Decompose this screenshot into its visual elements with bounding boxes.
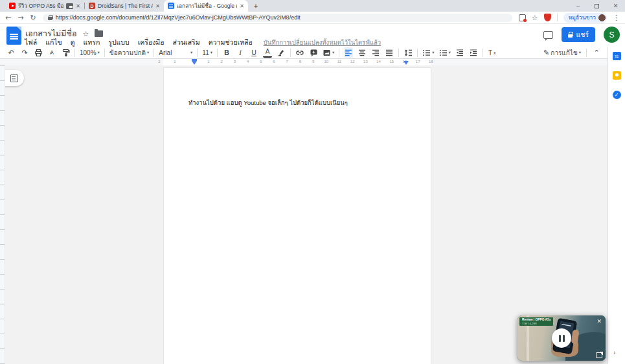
- document-text[interactable]: ทำงานไปด้วย แอบดู Youtube จอเล็กๆ ไปด้วย…: [188, 98, 348, 108]
- close-window-button[interactable]: ✕: [606, 0, 625, 12]
- ruler-number: 2: [221, 60, 223, 63]
- italic-button[interactable]: I: [236, 47, 245, 58]
- new-tab-button[interactable]: +: [248, 0, 264, 12]
- url-input[interactable]: https://docs.google.com/document/d/1Zil7…: [43, 14, 512, 22]
- profile-avatar: [598, 14, 606, 21]
- reload-icon[interactable]: ↻: [30, 14, 36, 22]
- text-color-button[interactable]: A: [263, 47, 272, 58]
- ruler-number: 15: [389, 60, 394, 63]
- decrease-indent-icon[interactable]: [455, 47, 464, 58]
- move-folder-icon[interactable]: [95, 30, 103, 37]
- tab-droidsans[interactable]: D DroidSans | The First Android Co ✕: [85, 0, 164, 12]
- bold-button[interactable]: B: [222, 47, 231, 58]
- ruler-number: 14: [376, 60, 381, 63]
- share-label: แชร์: [576, 29, 589, 40]
- underline-button[interactable]: U: [249, 47, 258, 58]
- tab-strip: รีวิว OPPO A5s มือถือจอใหญ่จุใจ 5 ✕ D Dr…: [0, 0, 625, 12]
- ruler-number: 10: [324, 60, 328, 63]
- align-right-button[interactable]: [371, 47, 380, 58]
- hide-side-panel-icon[interactable]: ›: [613, 349, 615, 356]
- undo-icon[interactable]: ↶: [6, 47, 16, 58]
- show-outline-button[interactable]: [4, 70, 24, 86]
- picture-in-picture-window[interactable]: Review | OPPO A5s ราคา 4,299 ✕: [517, 315, 606, 361]
- calendar-icon[interactable]: 31: [613, 52, 621, 60]
- share-button[interactable]: แชร์: [562, 27, 595, 42]
- ruler-number: 6: [273, 60, 275, 63]
- insert-link-icon[interactable]: [295, 47, 304, 58]
- align-left-button[interactable]: [344, 47, 353, 58]
- account-avatar[interactable]: S: [604, 27, 620, 43]
- maximize-button[interactable]: [587, 0, 606, 12]
- insert-image-icon[interactable]: ▾: [323, 47, 334, 58]
- print-icon[interactable]: [34, 47, 43, 58]
- align-center-button[interactable]: [358, 47, 367, 58]
- ruler-number: 13: [363, 60, 368, 63]
- clear-formatting-button[interactable]: Tx: [488, 47, 497, 58]
- tab-youtube[interactable]: รีวิว OPPO A5s มือถือจอใหญ่จุใจ 5 ✕: [5, 0, 84, 12]
- pencil-icon: ✎: [543, 49, 549, 57]
- ruler-number: 9: [312, 60, 314, 63]
- editing-mode-select[interactable]: ✎ การแก้ไข ▾: [543, 47, 581, 58]
- adblock-shield-icon[interactable]: [544, 14, 551, 21]
- forward-icon[interactable]: →: [17, 14, 23, 22]
- profile-chip[interactable]: หมูอ้วนขาว: [563, 13, 607, 23]
- document-page[interactable]: ทำงานไปด้วย แอบดู Youtube จอเล็กๆ ไปด้วย…: [163, 67, 431, 364]
- document-canvas: ทำงานไปด้วย แอบดู Youtube จอเล็กๆ ไปด้วย…: [0, 65, 608, 364]
- outline-icon: [10, 74, 18, 82]
- left-indent-marker[interactable]: [192, 61, 197, 65]
- google-side-panel: 31 ✓ ›: [608, 47, 625, 364]
- tab-close-icon[interactable]: ✕: [76, 3, 80, 9]
- youtube-favicon-icon: [9, 3, 16, 9]
- droidsans-favicon-icon: D: [89, 3, 95, 9]
- google-docs-logo-icon[interactable]: [6, 27, 21, 45]
- font-select[interactable]: Arial▾: [159, 47, 192, 58]
- tab-title: รีวิว OPPO A5s มือถือจอใหญ่จุใจ 5: [18, 1, 63, 10]
- browser-menu-icon[interactable]: ⋮: [613, 14, 620, 22]
- add-comment-icon[interactable]: [309, 47, 318, 58]
- back-icon[interactable]: ←: [5, 14, 11, 22]
- bookmark-star-icon[interactable]: ☆: [532, 14, 538, 22]
- minimize-button[interactable]: –: [569, 0, 587, 12]
- docs-toolbar: ↶ ↷ A 100%▾ ข้อความปกติ▾ Arial▾ 11▾ B I …: [0, 47, 608, 59]
- tab-google-docs[interactable]: เอกสารไม่มีชื่อ - Google เอกสาร ✕: [164, 0, 248, 12]
- horizontal-ruler: 21123456789101112131415161718: [0, 59, 608, 65]
- right-indent-marker[interactable]: [403, 61, 409, 65]
- spellcheck-icon[interactable]: A: [47, 47, 56, 58]
- redo-icon[interactable]: ↷: [20, 47, 29, 58]
- profile-name: หมูอ้วนขาว: [569, 13, 596, 22]
- saved-status-link[interactable]: บันทึกการเปลี่ยนแปลงทั้งหมดไว้ในไดรฟ์แล้…: [264, 38, 381, 47]
- paint-format-icon[interactable]: [61, 47, 70, 58]
- ruler-number: 12: [350, 60, 355, 63]
- justify-button[interactable]: [385, 47, 394, 58]
- back-to-tab-icon[interactable]: [596, 352, 602, 358]
- ruler-number: 18: [429, 60, 433, 63]
- divider: [557, 14, 558, 21]
- vertical-ruler: [0, 65, 5, 364]
- zoom-select[interactable]: 100%▾: [80, 47, 100, 58]
- maximize-icon: [595, 4, 599, 8]
- paragraph-style-select[interactable]: ข้อความปกติ▾: [109, 47, 150, 58]
- bulleted-list-icon[interactable]: ▾: [439, 47, 451, 58]
- docs-favicon-icon: [168, 3, 174, 9]
- tab-title: เอกสารไม่มีชื่อ - Google เอกสาร: [177, 1, 237, 10]
- ruler-number: 11: [337, 60, 341, 63]
- address-bar: ← → ↻ https://docs.google.com/document/d…: [0, 12, 625, 24]
- keep-icon[interactable]: [613, 71, 621, 80]
- docs-header: เอกสารไม่มีชื่อ ☆ ไฟล์ แก้ไข ดู แทรก รูป…: [0, 24, 625, 47]
- collapse-toolbar-icon[interactable]: ⌃: [592, 47, 601, 58]
- pip-close-icon[interactable]: ✕: [597, 318, 602, 324]
- pip-indicator-icon: [66, 3, 73, 9]
- numbered-list-icon[interactable]: ▾: [422, 47, 434, 58]
- tab-close-icon[interactable]: ✕: [155, 3, 160, 9]
- pause-button[interactable]: [552, 328, 571, 348]
- extension-icon[interactable]: [519, 14, 526, 21]
- highlight-color-icon[interactable]: [277, 47, 286, 58]
- font-size-select[interactable]: 11▾: [202, 47, 212, 58]
- tasks-icon[interactable]: ✓: [613, 91, 621, 99]
- url-text: https://docs.google.com/document/d/1Zil7…: [56, 14, 301, 21]
- tab-close-icon[interactable]: ✕: [240, 3, 244, 9]
- tab-title: DroidSans | The First Android Co: [98, 3, 153, 9]
- increase-indent-icon[interactable]: [469, 47, 478, 58]
- line-spacing-icon[interactable]: [403, 47, 413, 58]
- open-comments-icon[interactable]: [543, 31, 553, 39]
